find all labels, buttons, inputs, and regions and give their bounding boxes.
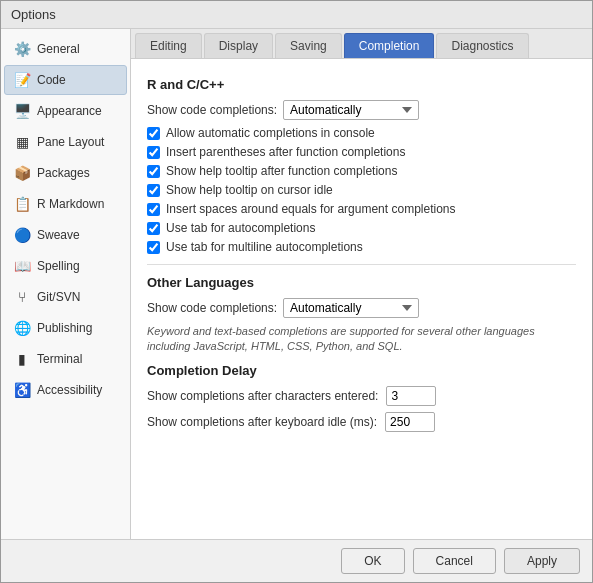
tab-display[interactable]: Display [204,33,273,58]
rc-completions-select[interactable]: Automatically When Triggered ($) Manuall… [283,100,419,120]
rc-section: R and C/C++ Show code completions: Autom… [147,77,576,254]
checkbox-row-insert-parens: Insert parentheses after function comple… [147,145,576,159]
terminal-icon: ▮ [13,350,31,368]
pane-layout-icon: ▦ [13,133,31,151]
rc-completions-row: Show code completions: Automatically Whe… [147,100,576,120]
checkbox-label-auto-console: Allow automatic completions in console [166,126,375,140]
sidebar-item-spelling[interactable]: 📖Spelling [4,251,127,281]
sidebar-label-sweave: Sweave [37,228,80,242]
tab-saving[interactable]: Saving [275,33,342,58]
sidebar-label-pane-layout: Pane Layout [37,135,104,149]
checkbox-row-help-tooltip-func: Show help tooltip after function complet… [147,164,576,178]
cancel-button[interactable]: Cancel [413,548,496,574]
checkbox-insert-parens[interactable] [147,146,160,159]
checkbox-label-help-tooltip-cursor: Show help tooltip on cursor idle [166,183,333,197]
sidebar-item-general[interactable]: ⚙️General [4,34,127,64]
options-dialog: Options ⚙️General📝Code🖥️Appearance▦Pane … [0,0,593,583]
sidebar-item-packages[interactable]: 📦Packages [4,158,127,188]
sidebar-label-code: Code [37,73,66,87]
general-icon: ⚙️ [13,40,31,58]
sidebar-item-accessibility[interactable]: ♿Accessibility [4,375,127,405]
other-completions-label: Show code completions: [147,301,277,315]
title-bar: Options [1,1,592,29]
checkbox-label-spaces-equals: Insert spaces around equals for argument… [166,202,456,216]
checkbox-row-help-tooltip-cursor: Show help tooltip on cursor idle [147,183,576,197]
appearance-icon: 🖥️ [13,102,31,120]
checkbox-tab-auto[interactable] [147,222,160,235]
chars-input[interactable] [386,386,436,406]
tab-diagnostics[interactable]: Diagnostics [436,33,528,58]
checkbox-spaces-equals[interactable] [147,203,160,216]
rc-section-title: R and C/C++ [147,77,576,92]
checkbox-row-spaces-equals: Insert spaces around equals for argument… [147,202,576,216]
chars-label: Show completions after characters entere… [147,389,378,403]
delay-section: Completion Delay Show completions after … [147,363,576,432]
checkbox-row-tab-auto: Use tab for autocompletions [147,221,576,235]
publishing-icon: 🌐 [13,319,31,337]
sidebar-item-pane-layout[interactable]: ▦Pane Layout [4,127,127,157]
git-svn-icon: ⑂ [13,288,31,306]
other-section-title: Other Languages [147,275,576,290]
checkbox-tab-multiline[interactable] [147,241,160,254]
dialog-title: Options [11,7,56,22]
sidebar-item-code[interactable]: 📝Code [4,65,127,95]
idle-label: Show completions after keyboard idle (ms… [147,415,377,429]
other-completions-row: Show code completions: Automatically Whe… [147,298,576,318]
sidebar-item-r-markdown[interactable]: 📋R Markdown [4,189,127,219]
rc-checkboxes: Allow automatic completions in consoleIn… [147,126,576,254]
checkbox-row-tab-multiline: Use tab for multiline autocompletions [147,240,576,254]
tabs-bar: EditingDisplaySavingCompletionDiagnostic… [131,29,592,59]
sidebar-item-terminal[interactable]: ▮Terminal [4,344,127,374]
checkbox-label-tab-auto: Use tab for autocompletions [166,221,315,235]
tab-completion[interactable]: Completion [344,33,435,58]
apply-button[interactable]: Apply [504,548,580,574]
sidebar-label-git-svn: Git/SVN [37,290,80,304]
footer: OK Cancel Apply [1,539,592,582]
other-section: Other Languages Show code completions: A… [147,275,576,355]
other-info-text: Keyword and text-based completions are s… [147,324,576,355]
sidebar-label-spelling: Spelling [37,259,80,273]
sidebar-label-general: General [37,42,80,56]
sidebar: ⚙️General📝Code🖥️Appearance▦Pane Layout📦P… [1,29,131,539]
checkbox-label-help-tooltip-func: Show help tooltip after function complet… [166,164,397,178]
r-markdown-icon: 📋 [13,195,31,213]
delay-section-title: Completion Delay [147,363,576,378]
sidebar-item-git-svn[interactable]: ⑂Git/SVN [4,282,127,312]
accessibility-icon: ♿ [13,381,31,399]
spelling-icon: 📖 [13,257,31,275]
main-content: EditingDisplaySavingCompletionDiagnostic… [131,29,592,539]
sidebar-label-packages: Packages [37,166,90,180]
section-divider-1 [147,264,576,265]
sidebar-label-terminal: Terminal [37,352,82,366]
rc-completions-label: Show code completions: [147,103,277,117]
checkbox-label-tab-multiline: Use tab for multiline autocompletions [166,240,363,254]
idle-row: Show completions after keyboard idle (ms… [147,412,576,432]
sidebar-item-sweave[interactable]: 🔵Sweave [4,220,127,250]
sidebar-label-appearance: Appearance [37,104,102,118]
sidebar-label-publishing: Publishing [37,321,92,335]
checkbox-help-tooltip-cursor[interactable] [147,184,160,197]
checkbox-label-insert-parens: Insert parentheses after function comple… [166,145,405,159]
sidebar-item-appearance[interactable]: 🖥️Appearance [4,96,127,126]
ok-button[interactable]: OK [341,548,404,574]
sweave-icon: 🔵 [13,226,31,244]
checkbox-auto-console[interactable] [147,127,160,140]
tab-editing[interactable]: Editing [135,33,202,58]
other-completions-select[interactable]: Automatically When Triggered ($) Manuall… [283,298,419,318]
sidebar-item-publishing[interactable]: 🌐Publishing [4,313,127,343]
checkbox-row-auto-console: Allow automatic completions in console [147,126,576,140]
packages-icon: 📦 [13,164,31,182]
dialog-body: ⚙️General📝Code🖥️Appearance▦Pane Layout📦P… [1,29,592,539]
code-icon: 📝 [13,71,31,89]
sidebar-label-r-markdown: R Markdown [37,197,104,211]
checkbox-help-tooltip-func[interactable] [147,165,160,178]
content-panel: R and C/C++ Show code completions: Autom… [131,59,592,539]
idle-input[interactable] [385,412,435,432]
chars-row: Show completions after characters entere… [147,386,576,406]
sidebar-label-accessibility: Accessibility [37,383,102,397]
